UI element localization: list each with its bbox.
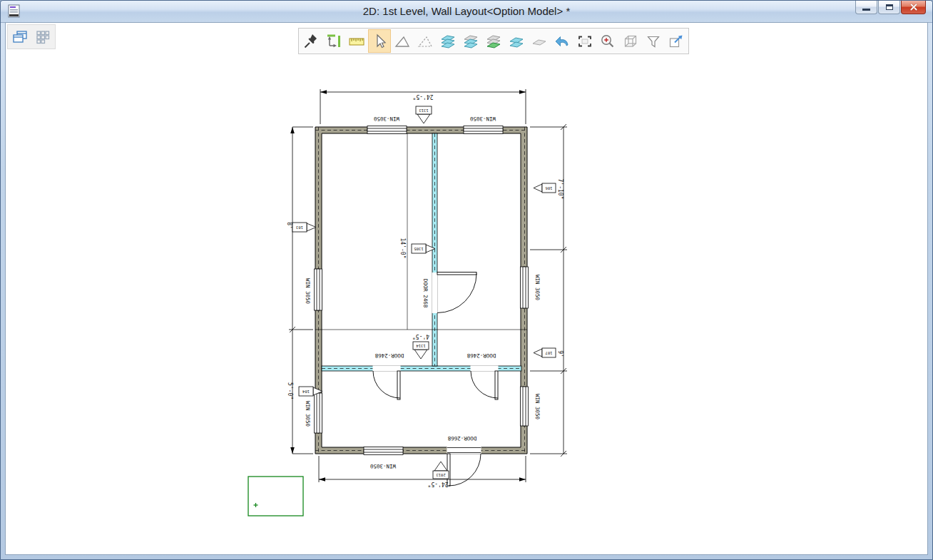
window-label: WIN-3050 [373,116,399,122]
filter-icon [645,33,662,50]
dimension-text: 24'-5" [428,481,449,487]
select-cursor-button[interactable] [368,29,391,53]
layers-pair-button[interactable] [505,29,528,53]
layers-stack-icon [439,33,457,50]
svg-text:104: 104 [302,389,310,393]
zoom-in-button[interactable] [596,29,619,53]
flag-left-upper: 103 [292,223,316,232]
window-label: WIN 3050 [534,275,541,301]
exterior-walls[interactable] [315,127,527,454]
flag-right-upper: 106 [534,183,556,193]
layers-pair-icon [508,33,525,50]
tile-windows-icon [34,29,51,46]
window-label: WIN-3050 [369,463,396,469]
dimension-text: 9' [557,350,564,357]
flag-top: 1313 [416,106,432,123]
offset-move-button[interactable] [322,29,345,53]
ruler-icon [348,33,365,50]
svg-text:107: 107 [546,350,553,355]
triangle-dashed-icon [417,33,434,50]
layer-single-icon [531,33,548,50]
box-3d-button[interactable] [619,29,642,53]
floor-plan[interactable]: 1313 1305 1314 2013 103 [237,69,579,533]
window-label: WIN 3050 [305,401,311,427]
select-cursor-icon [371,33,388,50]
reference-lines [315,133,527,330]
flag-mid: 1305 [412,244,435,253]
flag-right-lower: 107 [534,348,556,357]
door-label: DOOR-2668 [447,435,476,442]
flag-bottom: 2013 [433,462,449,479]
window-label: WIN 3050 [534,394,541,420]
minimize-button[interactable] [855,1,877,14]
dimension-text: 8' [286,222,292,229]
export-view-button[interactable] [665,29,688,53]
box-3d-icon [622,33,639,50]
layers-mixed-button[interactable] [459,29,482,53]
svg-text:106: 106 [546,185,553,190]
dimension-text: 24'-5" [413,93,434,100]
minimize-icon [862,9,870,11]
fit-view-button[interactable] [573,29,596,53]
tile-windows-button[interactable] [33,27,53,47]
undo-button[interactable] [551,29,573,53]
window-arrange-panel [7,24,56,49]
pin-button[interactable] [300,29,322,53]
layers-mixed-icon [462,33,479,50]
restore-button[interactable] [878,1,900,14]
svg-text:1313: 1313 [419,108,428,112]
svg-text:1305: 1305 [414,246,423,250]
restore-icon [886,4,893,10]
layers-green-icon [485,33,502,50]
layers-green-button[interactable] [482,29,505,53]
dimension-text: 4'-5" [412,333,429,340]
door-label: DOOR-2468 [466,352,496,359]
triangle-button[interactable] [391,29,414,53]
ruler-button[interactable] [345,29,368,53]
flag-mid-lower: 1314 [413,342,429,359]
filter-button[interactable] [642,29,665,53]
door-label: DOOR 2468 [422,279,429,308]
window-controls [855,1,926,14]
wall-centerlines [315,127,527,454]
offset-move-icon [325,33,342,50]
fit-view-icon [576,33,593,50]
drawing-canvas[interactable]: 1313 1305 1314 2013 103 [5,22,928,555]
triangle-dashed-button[interactable] [414,29,437,53]
dimension-text: 14'-0" [399,238,406,259]
svg-text:1314: 1314 [416,343,426,347]
cascade-windows-icon [11,29,29,46]
windows[interactable] [315,126,529,455]
window-label: WIN 3050 [305,278,311,305]
undo-icon [554,33,571,50]
pin-icon [302,33,320,50]
cascade-windows-button[interactable] [10,27,30,47]
layer-single-button[interactable] [528,29,551,53]
export-view-icon [668,33,685,50]
svg-text:103: 103 [296,225,303,229]
layers-stack-button[interactable] [437,29,459,53]
close-button[interactable] [901,1,926,14]
dimension-text: 7'-10" [557,179,564,200]
dimension-text: 5'-0" [287,382,293,399]
door-label: DOOR-2468 [374,352,404,359]
app-window: 2D: 1st Level, Wall Layout<Option Model>… [0,0,933,560]
selection-frame[interactable] [248,477,303,516]
main-toolbar [298,28,689,54]
window-label: WIN-3050 [469,116,496,122]
titlebar[interactable]: 2D: 1st Level, Wall Layout<Option Model>… [1,1,932,23]
triangle-icon [394,33,411,50]
zoom-in-icon [599,33,616,50]
window-title: 2D: 1st Level, Wall Layout<Option Model>… [1,1,932,22]
svg-text:2013: 2013 [436,472,445,477]
